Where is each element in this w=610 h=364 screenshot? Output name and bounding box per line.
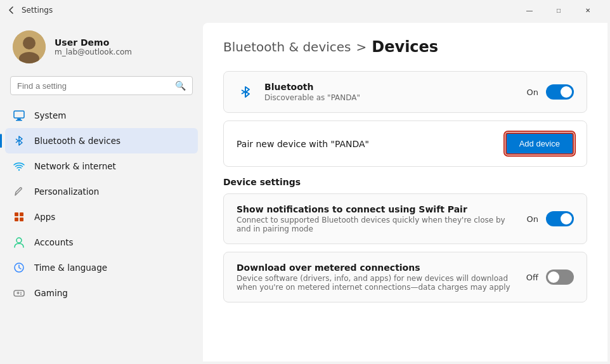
swift-pair-card-subtitle: Connect to supported Bluetooth devices q…	[237, 216, 517, 233]
svg-point-14	[20, 292, 22, 294]
swift-pair-toggle[interactable]	[546, 211, 574, 226]
sidebar-item-system[interactable]: System	[5, 103, 198, 128]
svg-point-11	[16, 238, 22, 243]
svg-rect-3	[14, 111, 24, 118]
svg-point-1	[23, 37, 36, 49]
system-icon	[13, 109, 25, 122]
swift-pair-toggle-thumb	[561, 213, 572, 224]
network-icon	[13, 160, 25, 172]
bluetooth-card: Bluetooth Discoverable as "PANDA" On	[223, 71, 587, 113]
sidebar: User Demo m_lab@outlook.com 🔍 System	[0, 20, 203, 364]
add-device-button[interactable]: Add device	[505, 133, 574, 155]
bluetooth-icon	[13, 134, 25, 147]
bluetooth-toggle-thumb	[561, 86, 572, 98]
window-controls: — □ ✕	[515, 0, 602, 20]
bluetooth-toggle-label: On	[527, 88, 538, 97]
breadcrumb-current: Devices	[372, 38, 438, 56]
user-email: m_lab@outlook.com	[55, 48, 132, 56]
sidebar-item-label-bluetooth: Bluetooth & devices	[34, 136, 120, 146]
user-info: User Demo m_lab@outlook.com	[55, 37, 132, 56]
title-bar: Settings — □ ✕	[0, 0, 610, 20]
breadcrumb-separator: >	[356, 39, 367, 55]
bluetooth-card-icon	[237, 83, 254, 101]
metered-card-title: Download over metered connections	[237, 263, 516, 273]
swift-pair-toggle-track[interactable]	[546, 211, 574, 226]
metered-toggle-wrapper: Off	[526, 270, 574, 285]
user-name: User Demo	[55, 37, 132, 48]
svg-rect-7	[15, 212, 18, 216]
bluetooth-toggle-wrapper: On	[527, 84, 574, 100]
swift-pair-toggle-label: On	[527, 214, 538, 224]
svg-rect-8	[20, 212, 23, 216]
bluetooth-card-row: Bluetooth Discoverable as "PANDA" On	[224, 72, 587, 112]
svg-rect-9	[15, 218, 18, 221]
back-button[interactable]	[8, 6, 15, 14]
close-button[interactable]: ✕	[573, 0, 602, 20]
search-icon[interactable]: 🔍	[175, 81, 186, 91]
bluetooth-card-title: Bluetooth	[264, 82, 517, 92]
sidebar-item-apps[interactable]: Apps	[5, 204, 198, 230]
app-title: Settings	[22, 6, 515, 15]
metered-card-row: Download over metered connections Device…	[224, 252, 587, 302]
main-content: Bluetooth & devices > Devices Bluetooth …	[203, 23, 607, 361]
sidebar-item-label-system: System	[34, 110, 66, 120]
gaming-icon	[13, 287, 25, 299]
bluetooth-toggle-track[interactable]	[546, 84, 574, 100]
search-input[interactable]	[17, 81, 170, 91]
svg-rect-5	[16, 120, 22, 121]
bluetooth-toggle[interactable]	[546, 84, 574, 100]
swift-pair-card-row: Show notifications to connect using Swif…	[224, 194, 587, 244]
app-body: User Demo m_lab@outlook.com 🔍 System	[0, 20, 610, 364]
maximize-button[interactable]: □	[544, 0, 573, 20]
personalization-icon	[13, 185, 25, 198]
swift-pair-card-text: Show notifications to connect using Swif…	[237, 204, 517, 233]
swift-pair-card: Show notifications to connect using Swif…	[223, 193, 587, 244]
bluetooth-card-text: Bluetooth Discoverable as "PANDA"	[264, 82, 517, 102]
sidebar-item-label-gaming: Gaming	[34, 288, 68, 298]
sidebar-item-bluetooth[interactable]: Bluetooth & devices	[5, 128, 198, 153]
pair-text: Pair new device with "PANDA"	[237, 139, 505, 149]
metered-card-subtitle: Device software (drivers, info, and apps…	[237, 274, 516, 292]
svg-point-6	[18, 169, 20, 171]
minimize-button[interactable]: —	[515, 0, 544, 20]
breadcrumb-parent[interactable]: Bluetooth & devices	[223, 39, 351, 55]
metered-card-text: Download over metered connections Device…	[237, 263, 516, 292]
sidebar-item-personalization[interactable]: Personalization	[5, 179, 198, 204]
apps-icon	[13, 211, 25, 223]
metered-toggle[interactable]	[546, 270, 574, 285]
svg-point-15	[20, 294, 22, 295]
svg-rect-10	[20, 218, 23, 221]
time-icon	[13, 261, 25, 274]
sidebar-item-time[interactable]: Time & language	[5, 255, 198, 280]
breadcrumb: Bluetooth & devices > Devices	[223, 38, 587, 56]
sidebar-item-accounts[interactable]: Accounts	[5, 230, 198, 255]
pair-row: Pair new device with "PANDA" Add device	[223, 120, 587, 167]
device-settings-title: Device settings	[223, 177, 587, 187]
swift-pair-toggle-wrapper: On	[527, 211, 574, 226]
metered-toggle-thumb	[548, 271, 559, 283]
sidebar-item-label-network: Network & internet	[34, 161, 116, 171]
sidebar-item-label-time: Time & language	[34, 263, 107, 273]
swift-pair-card-title: Show notifications to connect using Swif…	[237, 204, 517, 214]
nav-list: System Bluetooth & devices Network & int…	[0, 103, 203, 306]
metered-toggle-track[interactable]	[546, 270, 574, 285]
metered-card: Download over metered connections Device…	[223, 252, 587, 302]
bluetooth-card-subtitle: Discoverable as "PANDA"	[264, 93, 517, 102]
avatar	[13, 30, 46, 63]
sidebar-item-label-apps: Apps	[34, 212, 55, 222]
sidebar-item-gaming[interactable]: Gaming	[5, 280, 198, 306]
sidebar-item-label-accounts: Accounts	[34, 237, 74, 247]
svg-rect-4	[17, 119, 21, 120]
user-section[interactable]: User Demo m_lab@outlook.com	[0, 20, 203, 74]
sidebar-item-label-personalization: Personalization	[34, 186, 99, 197]
search-box[interactable]: 🔍	[10, 76, 193, 95]
sidebar-item-network[interactable]: Network & internet	[5, 153, 198, 179]
accounts-icon	[13, 236, 25, 249]
metered-toggle-label: Off	[526, 273, 538, 282]
